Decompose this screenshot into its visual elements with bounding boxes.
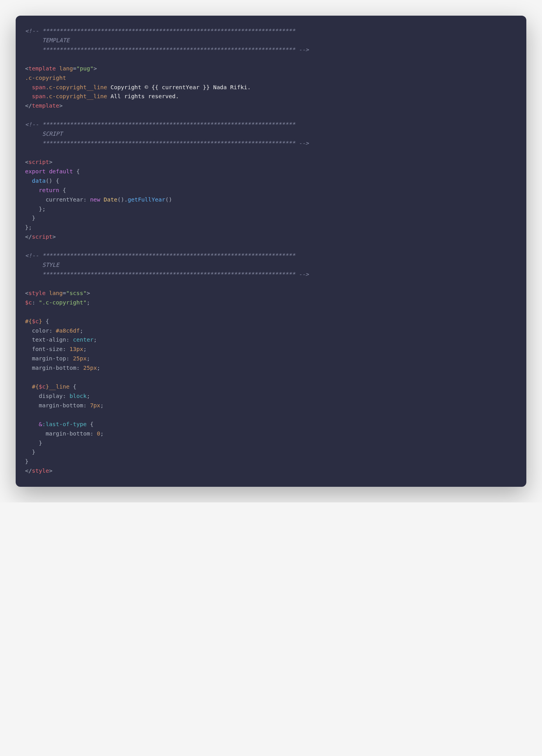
- comment-style-header: <!-- ***********************************…: [25, 252, 309, 277]
- line-selector: #{$c}__line: [32, 383, 69, 390]
- comment-script-header: <!-- ***********************************…: [25, 121, 309, 146]
- code-block[interactable]: <!-- ***********************************…: [25, 27, 517, 476]
- parent-selector: &: [39, 421, 42, 427]
- data-method: data: [32, 178, 45, 184]
- current-year-prop: currentYear: [45, 196, 83, 203]
- style-tag-close: style: [32, 468, 49, 474]
- last-of-type-pseudo: :last-of-type: [42, 421, 87, 427]
- style-tag-open: style: [29, 290, 46, 296]
- script-tag-close: script: [32, 234, 52, 240]
- copyright-line-1: Copyright © {{ currentYear }} Nada Rifki…: [107, 84, 251, 90]
- comment-template-header: <!-- ***********************************…: [25, 28, 309, 53]
- code-window: <!-- ***********************************…: [16, 16, 526, 487]
- template-tag-close: template: [32, 103, 59, 109]
- scss-var: $c: [25, 299, 32, 306]
- template-tag-open: template: [29, 65, 56, 72]
- script-tag-open: script: [29, 159, 49, 165]
- copyright-line-2: All rights reserved.: [107, 93, 179, 99]
- pug-root-class: .c-copyright: [25, 75, 66, 81]
- root-selector: #{$c}: [25, 318, 42, 324]
